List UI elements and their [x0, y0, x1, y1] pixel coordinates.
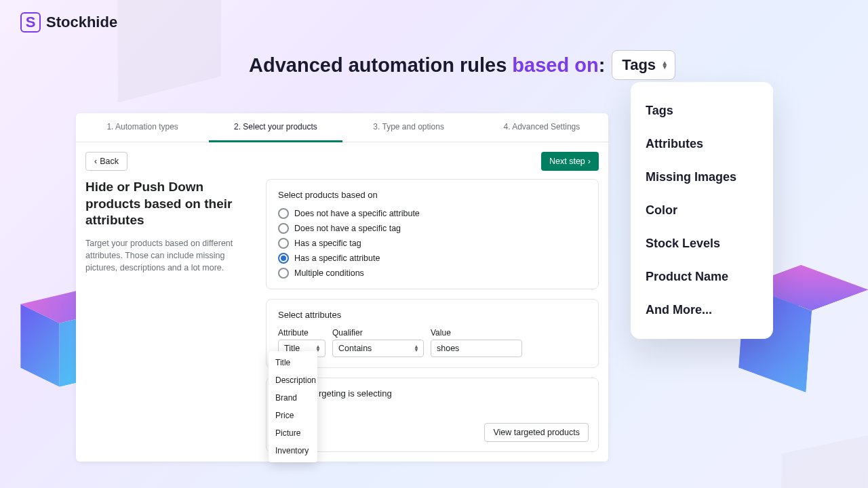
back-button[interactable]: ‹ Back [85, 152, 127, 171]
headline-suffix: : [599, 54, 606, 76]
basis-option-missing-images[interactable]: Missing Images [631, 161, 773, 194]
app-logo: S Stockhide [20, 12, 117, 33]
wizard-tabs: 1. Automation types 2. Select your produ… [76, 113, 608, 142]
basis-option-stock-levels[interactable]: Stock Levels [631, 227, 773, 260]
radio-label: Does not have a specific attribute [294, 209, 420, 218]
attr-option-inventory[interactable]: Inventory [269, 442, 317, 460]
updown-icon: ▲▼ [315, 345, 321, 352]
radio-label: Has a specific tag [294, 239, 361, 248]
radio-multiple-conditions[interactable]: Multiple conditions [278, 268, 587, 279]
logo-icon: S [20, 12, 41, 33]
attr-option-description[interactable]: Description [269, 371, 317, 389]
tab-select-products[interactable]: 2. Select your products [209, 113, 342, 142]
radio-icon [278, 223, 289, 234]
back-label: Back [100, 157, 119, 166]
logo-text: Stockhide [46, 14, 117, 31]
attr-option-title[interactable]: Title [269, 354, 317, 371]
radio-label: Has a specific attribute [294, 253, 380, 263]
tab-type-options[interactable]: 3. Type and options [342, 113, 475, 142]
radio-icon [278, 238, 289, 249]
select-attributes-title: Select attributes [278, 310, 587, 320]
basis-option-product-name[interactable]: Product Name [631, 260, 773, 293]
chevron-left-icon: ‹ [94, 157, 97, 166]
basis-select-value: Tags [622, 56, 656, 74]
basis-option-more[interactable]: And More... [631, 293, 773, 327]
attr-option-brand[interactable]: Brand [269, 389, 317, 407]
view-targeted-products-button[interactable]: View targeted products [484, 423, 589, 442]
radio-icon [278, 208, 289, 219]
qualifier-select[interactable]: Contains ▲▼ [332, 340, 424, 357]
radio-no-tag[interactable]: Does not have a specific tag [278, 223, 587, 234]
attribute-dropdown-menu: Title Description Brand Price Picture In… [269, 351, 317, 462]
next-label: Next step [549, 157, 585, 166]
tab-automation-types[interactable]: 1. Automation types [76, 113, 209, 142]
section-title: Hide or Push Down products based on thei… [85, 179, 255, 229]
headline: Advanced automation rules based on: Tags… [249, 50, 675, 80]
select-basis-title: Select products based on [278, 190, 587, 200]
updown-icon: ▲▼ [414, 345, 419, 352]
attr-option-price[interactable]: Price [269, 407, 317, 424]
next-step-button[interactable]: Next step › [541, 152, 599, 171]
attribute-label: Attribute [278, 328, 326, 338]
radio-icon [278, 253, 289, 264]
radio-has-attribute[interactable]: Has a specific attribute [278, 253, 587, 264]
qualifier-value: Contains [338, 344, 372, 353]
chevron-right-icon: › [588, 157, 591, 166]
targeting-text-fragment: rgeting is selecting [278, 388, 587, 399]
tab-advanced-settings[interactable]: 4. Advanced Settings [475, 113, 608, 142]
basis-option-attributes[interactable]: Attributes [631, 127, 773, 161]
headline-prefix: Advanced automation rules [249, 54, 512, 76]
headline-accent: based on [512, 54, 598, 76]
basis-select[interactable]: Tags ▲▼ [612, 50, 675, 80]
value-text: shoes [437, 344, 459, 353]
basis-option-tags[interactable]: Tags [631, 94, 773, 127]
section-description: Target your products based on different … [85, 237, 255, 274]
value-input[interactable]: shoes [431, 340, 522, 357]
basis-radio-group: Does not have a specific attribute Does … [278, 208, 587, 279]
radio-no-attribute[interactable]: Does not have a specific attribute [278, 208, 587, 219]
select-basis-card: Select products based on Does not have a… [266, 179, 599, 289]
basis-dropdown-menu: Tags Attributes Missing Images Color Sto… [631, 82, 773, 339]
attr-option-picture[interactable]: Picture [269, 424, 317, 442]
radio-has-tag[interactable]: Has a specific tag [278, 238, 587, 249]
qualifier-label: Qualifier [332, 328, 424, 338]
wizard-panel: 1. Automation types 2. Select your produ… [76, 113, 608, 462]
radio-label: Multiple conditions [294, 268, 364, 278]
view-btn-label: View targeted products [493, 428, 580, 437]
radio-label: Does not have a specific tag [294, 224, 401, 233]
value-label: Value [431, 328, 522, 338]
radio-icon [278, 268, 289, 279]
updown-icon: ▲▼ [661, 61, 668, 69]
basis-option-color[interactable]: Color [631, 194, 773, 227]
